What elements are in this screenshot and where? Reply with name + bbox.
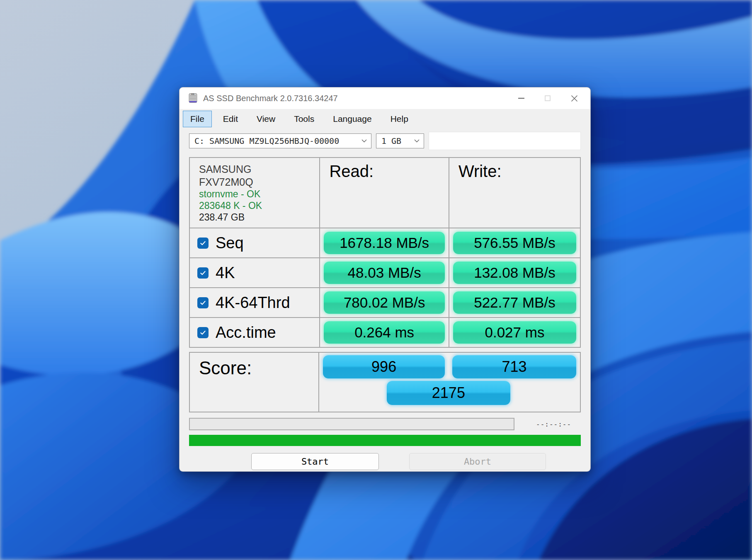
checkmark-icon <box>199 299 206 306</box>
info-textbox[interactable] <box>429 132 581 150</box>
read-column-header: Read: <box>319 158 448 228</box>
minimize-button[interactable] <box>514 91 528 105</box>
test-row-4k64thrd: 4K-64Thrd 780.02 MB/s 522.77 MB/s <box>190 287 580 317</box>
4k64thrd-checkbox[interactable] <box>197 297 209 308</box>
checkmark-icon <box>199 240 206 247</box>
seq-read-result: 1678.18 MB/s <box>324 232 444 254</box>
acctime-checkbox[interactable] <box>197 327 209 338</box>
menu-file[interactable]: File <box>183 111 212 127</box>
driver-status: stornvme - OK <box>199 188 316 200</box>
4k-checkbox[interactable] <box>197 267 209 279</box>
menu-help[interactable]: Help <box>383 111 416 127</box>
close-button[interactable] <box>567 91 581 105</box>
progress-bar <box>189 418 514 430</box>
test-label: Acc.time <box>216 324 276 342</box>
acctime-write-result: 0.027 ms <box>453 321 576 344</box>
4k-write-result: 132.08 MB/s <box>453 262 576 284</box>
checkmark-icon <box>199 269 206 276</box>
acctime-read-result: 0.264 ms <box>324 321 444 344</box>
test-row-4k: 4K 48.03 MB/s 132.08 MB/s <box>190 257 580 287</box>
score-label: Score: <box>190 353 319 412</box>
title-bar[interactable]: AS AS SSD Benchmark 2.0.7316.34247 <box>180 87 590 109</box>
drive-select[interactable]: C: SAMSUNG MZ9LQ256HBJQ-00000 <box>189 133 371 148</box>
eta-time: --:--:-- <box>536 420 571 428</box>
4k64thrd-write-result: 522.77 MB/s <box>453 291 576 314</box>
app-window: AS AS SSD Benchmark 2.0.7316.34247 File … <box>179 87 591 472</box>
drive-firmware: FXV72M0Q <box>199 176 316 189</box>
test-label: Seq <box>216 234 244 252</box>
svg-text:AS: AS <box>191 93 194 95</box>
menu-tools[interactable]: Tools <box>286 111 322 127</box>
test-label: 4K-64Thrd <box>216 294 290 312</box>
write-score: 713 <box>452 355 576 378</box>
toolbar: C: SAMSUNG MZ9LQ256HBJQ-00000 1 GB <box>180 129 590 153</box>
menu-edit[interactable]: Edit <box>216 111 245 127</box>
menu-view[interactable]: View <box>249 111 283 127</box>
chevron-down-icon <box>414 139 420 143</box>
minimize-icon <box>518 98 524 99</box>
checkmark-icon <box>199 329 206 336</box>
window-title: AS SSD Benchmark 2.0.7316.34247 <box>203 94 514 103</box>
progress-row: --:--:-- <box>189 418 581 430</box>
test-row-acctime: Acc.time 0.264 ms 0.027 ms <box>190 317 580 347</box>
4k64thrd-read-result: 780.02 MB/s <box>324 291 444 314</box>
test-row-seq: Seq 1678.18 MB/s 576.55 MB/s <box>190 228 580 257</box>
drive-info-panel: SAMSUNG FXV72M0Q stornvme - OK 283648 K … <box>190 158 319 228</box>
desktop: AS AS SSD Benchmark 2.0.7316.34247 File … <box>0 0 752 560</box>
ssd-drive-icon: AS <box>188 93 199 104</box>
seq-checkbox[interactable] <box>197 238 209 249</box>
score-panel: Score: 996 713 2175 <box>189 352 581 412</box>
table-header-row: SAMSUNG FXV72M0Q stornvme - OK 283648 K … <box>190 158 580 228</box>
write-column-header: Write: <box>449 158 580 228</box>
read-score: 996 <box>323 355 444 378</box>
total-score: 2175 <box>387 381 510 405</box>
drive-select-value: C: SAMSUNG MZ9LQ256HBJQ-00000 <box>194 136 339 146</box>
chevron-down-icon <box>361 139 367 143</box>
4k-read-result: 48.03 MB/s <box>324 262 444 284</box>
drive-capacity: 238.47 GB <box>199 211 316 223</box>
maximize-icon <box>545 95 551 101</box>
benchmark-table: SAMSUNG FXV72M0Q stornvme - OK 283648 K … <box>189 157 581 348</box>
test-size-select[interactable]: 1 GB <box>376 133 424 148</box>
start-button[interactable]: Start <box>251 453 379 470</box>
abort-button[interactable]: Abort <box>409 453 546 470</box>
drive-model: SAMSUNG <box>199 163 316 176</box>
alignment-status: 283648 K - OK <box>199 200 316 211</box>
close-icon <box>571 95 578 102</box>
menu-language[interactable]: Language <box>325 111 379 127</box>
seq-write-result: 576.55 MB/s <box>453 232 576 254</box>
test-size-value: 1 GB <box>381 136 401 146</box>
overall-progress-bar <box>189 435 581 446</box>
menu-bar: File Edit View Tools Language Help <box>180 109 590 129</box>
test-label: 4K <box>216 264 235 282</box>
button-row: Start Abort <box>180 453 590 470</box>
maximize-button[interactable] <box>541 91 555 105</box>
